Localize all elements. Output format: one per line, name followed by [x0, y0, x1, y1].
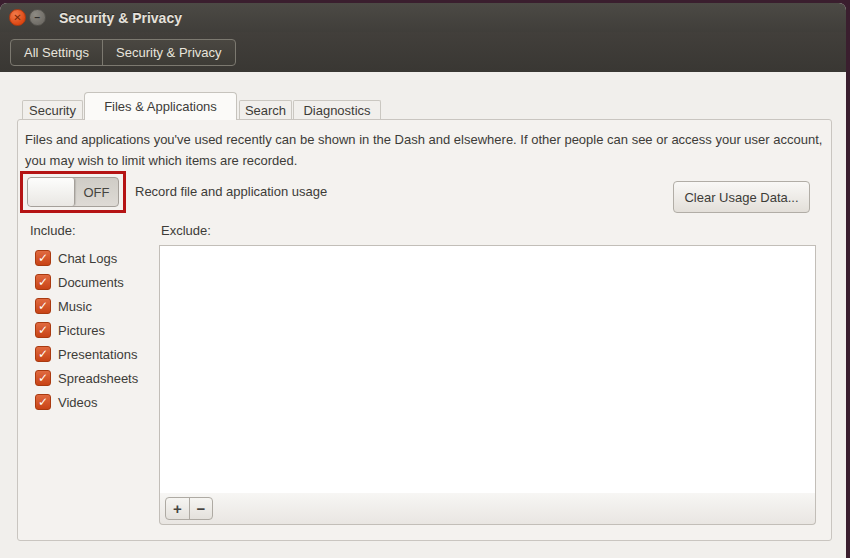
include-list: ✓ Chat Logs ✓ Documents ✓ Music ✓ Pictur…	[35, 246, 138, 414]
include-item-label: Pictures	[58, 323, 105, 338]
check-icon: ✓	[38, 324, 48, 336]
check-icon: ✓	[38, 396, 48, 408]
breadcrumb-all-settings[interactable]: All Settings	[11, 40, 102, 65]
breadcrumb-bar: All Settings Security & Privacy	[0, 32, 846, 72]
switch-knob[interactable]	[28, 178, 75, 206]
include-item-spreadsheets[interactable]: ✓ Spreadsheets	[35, 366, 138, 390]
exclude-list-toolbar: + −	[159, 493, 816, 525]
tab-diagnostics[interactable]: Diagnostics	[293, 100, 381, 120]
checkbox-checked-icon[interactable]: ✓	[35, 394, 51, 410]
plus-icon: +	[173, 500, 182, 517]
breadcrumb: All Settings Security & Privacy	[10, 39, 236, 66]
include-item-chat-logs[interactable]: ✓ Chat Logs	[35, 246, 138, 270]
include-item-music[interactable]: ✓ Music	[35, 294, 138, 318]
annotation-highlight-box: OFF	[20, 171, 126, 213]
include-item-presentations[interactable]: ✓ Presentations	[35, 342, 138, 366]
panel-description: Files and applications you've used recen…	[25, 129, 825, 171]
tab-strip: Security Files & Applications Search Dia…	[0, 72, 846, 120]
remove-exclude-button[interactable]: −	[189, 498, 212, 519]
close-icon: ✕	[13, 13, 21, 23]
check-icon: ✓	[38, 300, 48, 312]
check-icon: ✓	[38, 348, 48, 360]
minimize-button[interactable]: −	[29, 9, 46, 26]
exclude-list[interactable]	[159, 245, 816, 494]
breadcrumb-security-privacy[interactable]: Security & Privacy	[102, 40, 234, 65]
include-item-label: Presentations	[58, 347, 138, 362]
exclude-toolbar-buttons: + −	[165, 497, 213, 520]
tab-security[interactable]: Security	[22, 100, 83, 120]
clear-usage-data-button[interactable]: Clear Usage Data...	[673, 181, 810, 213]
switch-state-label: OFF	[75, 178, 118, 206]
include-item-videos[interactable]: ✓ Videos	[35, 390, 138, 414]
files-applications-panel: Files and applications you've used recen…	[17, 119, 832, 541]
include-item-pictures[interactable]: ✓ Pictures	[35, 318, 138, 342]
desktop-background: ✕ − Security & Privacy All Settings Secu…	[0, 0, 850, 558]
check-icon: ✓	[38, 252, 48, 264]
close-button[interactable]: ✕	[9, 9, 26, 26]
checkbox-checked-icon[interactable]: ✓	[35, 370, 51, 386]
include-item-label: Music	[58, 299, 92, 314]
checkbox-checked-icon[interactable]: ✓	[35, 250, 51, 266]
minus-icon: −	[197, 500, 206, 517]
add-exclude-button[interactable]: +	[166, 498, 189, 519]
window-title: Security & Privacy	[59, 10, 182, 26]
include-item-label: Chat Logs	[58, 251, 117, 266]
titlebar: ✕ − Security & Privacy	[0, 3, 846, 32]
include-item-label: Videos	[58, 395, 98, 410]
include-item-label: Documents	[58, 275, 124, 290]
exclude-label: Exclude:	[161, 223, 211, 238]
checkbox-checked-icon[interactable]: ✓	[35, 346, 51, 362]
check-icon: ✓	[38, 276, 48, 288]
security-privacy-window: ✕ − Security & Privacy All Settings Secu…	[0, 3, 846, 558]
minimize-icon: −	[35, 13, 41, 23]
check-icon: ✓	[38, 372, 48, 384]
record-usage-label: Record file and application usage	[135, 184, 327, 199]
tab-search[interactable]: Search	[239, 100, 292, 120]
tab-files-applications[interactable]: Files & Applications	[84, 92, 237, 120]
include-item-documents[interactable]: ✓ Documents	[35, 270, 138, 294]
checkbox-checked-icon[interactable]: ✓	[35, 322, 51, 338]
record-usage-switch[interactable]: OFF	[27, 177, 119, 207]
checkbox-checked-icon[interactable]: ✓	[35, 298, 51, 314]
include-label: Include:	[30, 223, 76, 238]
include-item-label: Spreadsheets	[58, 371, 138, 386]
checkbox-checked-icon[interactable]: ✓	[35, 274, 51, 290]
